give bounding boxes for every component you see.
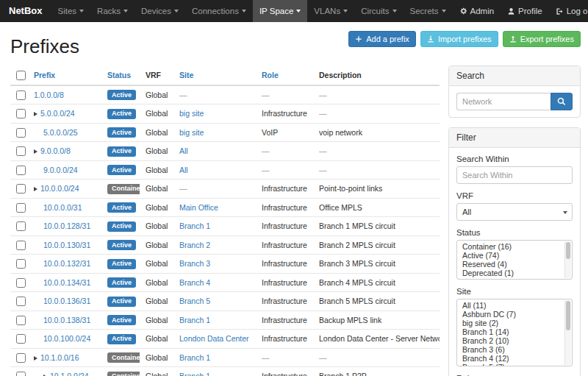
- description-cell: voip network: [313, 123, 440, 142]
- export-prefixes-button[interactable]: Export prefixes: [503, 31, 581, 47]
- site-link[interactable]: big site: [179, 109, 204, 118]
- prefix-link[interactable]: 10.0.0.0/24: [40, 184, 79, 193]
- role-cell: Infrastructure: [256, 180, 313, 199]
- row-checkbox[interactable]: [16, 203, 26, 213]
- prefix-link[interactable]: 10.0.0.132/31: [43, 259, 90, 268]
- select-all-checkbox[interactable]: [16, 71, 26, 80]
- nav-item-ip-space[interactable]: IP Space: [253, 0, 307, 22]
- column-header-prefix[interactable]: Prefix: [28, 65, 101, 85]
- site-cell: Main Office: [173, 198, 256, 217]
- site-link[interactable]: Branch 1: [179, 221, 210, 230]
- nav-item-sites[interactable]: Sites: [51, 0, 91, 22]
- search-input[interactable]: [456, 93, 551, 110]
- scrollbar[interactable]: [564, 241, 571, 278]
- prefix-link[interactable]: 9.0.0.0/8: [40, 146, 71, 155]
- filter-multiselect-site[interactable]: All (11)Ashburn DC (7)big site (2)Branch…: [456, 299, 573, 366]
- row-checkbox[interactable]: [16, 91, 26, 100]
- nav-item-secrets[interactable]: Secrets: [404, 0, 453, 22]
- prefix-link[interactable]: 10.1.0.0/24: [50, 372, 89, 376]
- prefix-link[interactable]: 10.0.0.136/31: [43, 297, 90, 305]
- import-prefixes-button[interactable]: Import prefixes: [420, 31, 498, 47]
- row-checkbox[interactable]: [16, 278, 26, 288]
- nav-item-circuits[interactable]: Circuits: [354, 0, 403, 22]
- status-cell: Active: [101, 255, 140, 274]
- site-link[interactable]: London Data Center: [179, 334, 249, 343]
- row-checkbox[interactable]: [16, 184, 26, 194]
- nav-admin[interactable]: Admin: [453, 0, 501, 22]
- row-checkbox[interactable]: [16, 259, 26, 269]
- row-checkbox[interactable]: [16, 334, 26, 344]
- multiselect-option[interactable]: Container (16): [457, 242, 564, 251]
- prefix-link[interactable]: 10.0.0.138/31: [43, 316, 90, 324]
- row-select-cell: [10, 367, 28, 376]
- prefix-link[interactable]: 10.0.0.134/31: [43, 278, 90, 287]
- prefix-link[interactable]: 10.0.100.0/24: [43, 334, 90, 343]
- column-header-site[interactable]: Site: [173, 65, 256, 85]
- row-checkbox[interactable]: [16, 372, 26, 376]
- row-checkbox[interactable]: [16, 128, 26, 138]
- nav-log-out[interactable]: Log out: [549, 0, 588, 22]
- multiselect-option[interactable]: Branch 5 (7): [457, 363, 564, 366]
- scrollbar[interactable]: [564, 300, 571, 365]
- nav-profile[interactable]: Profile: [501, 0, 549, 22]
- status-badge: Active: [107, 277, 136, 288]
- site-link[interactable]: Branch 4: [179, 278, 210, 287]
- multiselect-option[interactable]: Branch 1 (14): [457, 327, 564, 336]
- row-checkbox[interactable]: [16, 221, 26, 231]
- nav-item-racks[interactable]: Racks: [90, 0, 135, 22]
- scrollbar-thumb[interactable]: [566, 242, 570, 259]
- site-link[interactable]: Branch 5: [179, 297, 210, 305]
- site-link[interactable]: Branch 3: [179, 259, 210, 268]
- add-a-prefix-button[interactable]: Add a prefix: [348, 31, 416, 47]
- multiselect-option[interactable]: Active (74): [457, 251, 564, 260]
- site-link[interactable]: Branch 2: [179, 241, 210, 249]
- site-link[interactable]: All: [179, 146, 188, 155]
- table-row: 10.0.0.138/31ActiveGlobalBranch 1Infrast…: [10, 311, 440, 330]
- row-checkbox[interactable]: [16, 353, 26, 363]
- site-link[interactable]: Branch 1: [179, 372, 210, 376]
- multiselect-option[interactable]: Branch 4 (12): [457, 354, 564, 363]
- row-checkbox[interactable]: [16, 316, 26, 325]
- nav-item-connections[interactable]: Connections: [185, 0, 253, 22]
- vrf-cell: Global: [140, 292, 173, 311]
- multiselect-option[interactable]: Branch 2 (10): [457, 336, 564, 345]
- prefix-link[interactable]: 10.0.0.0/31: [43, 203, 82, 212]
- filter-select-vrf[interactable]: All: [456, 203, 573, 221]
- app-logo[interactable]: NetBox: [0, 0, 51, 22]
- column-header-role[interactable]: Role: [256, 65, 313, 85]
- site-link[interactable]: Branch 1: [179, 316, 210, 324]
- nav-item-devices[interactable]: Devices: [135, 0, 185, 22]
- column-header-status[interactable]: Status: [101, 65, 140, 85]
- filter-multiselect-status[interactable]: Container (16)Active (74)Reserved (4)Dep…: [456, 240, 573, 280]
- prefix-link[interactable]: 10.0.0.128/31: [43, 221, 90, 230]
- nav-item-vlans[interactable]: VLANs: [307, 0, 354, 22]
- multiselect-option[interactable]: Ashburn DC (7): [457, 310, 564, 319]
- filter-input-search-within[interactable]: [456, 166, 573, 184]
- row-checkbox[interactable]: [16, 297, 26, 306]
- multiselect-option[interactable]: All (11): [457, 301, 564, 310]
- row-checkbox[interactable]: [16, 166, 26, 175]
- row-select-cell: [10, 104, 28, 124]
- multiselect-option[interactable]: Branch 3 (6): [457, 345, 564, 354]
- prefix-link[interactable]: 10.1.0.0/16: [40, 353, 79, 362]
- search-panel: Search: [448, 65, 581, 118]
- row-checkbox[interactable]: [16, 241, 26, 250]
- vrf-cell: Global: [140, 273, 173, 292]
- multiselect-option[interactable]: big site (2): [457, 319, 564, 327]
- multiselect-option[interactable]: Reserved (4): [457, 260, 564, 269]
- row-checkbox[interactable]: [16, 146, 26, 156]
- row-checkbox[interactable]: [16, 109, 26, 118]
- prefix-link[interactable]: 9.0.0.0/24: [43, 166, 78, 174]
- search-button[interactable]: [551, 93, 573, 110]
- prefix-link[interactable]: 1.0.0.0/8: [34, 91, 64, 99]
- scrollbar-thumb[interactable]: [566, 301, 570, 330]
- multiselect-option[interactable]: Deprecated (1): [457, 269, 564, 277]
- site-link[interactable]: big site: [179, 128, 204, 137]
- prefix-link[interactable]: 5.0.0.0/25: [43, 128, 78, 137]
- prefix-link[interactable]: 10.0.0.130/31: [43, 241, 90, 249]
- site-link[interactable]: Main Office: [179, 203, 218, 212]
- site-link[interactable]: All: [179, 166, 188, 174]
- prefix-table-body: 1.0.0.0/8ActiveGlobal———5.0.0.0/24Active…: [10, 85, 440, 376]
- site-link[interactable]: Branch 1: [179, 353, 210, 362]
- prefix-link[interactable]: 5.0.0.0/24: [40, 109, 75, 118]
